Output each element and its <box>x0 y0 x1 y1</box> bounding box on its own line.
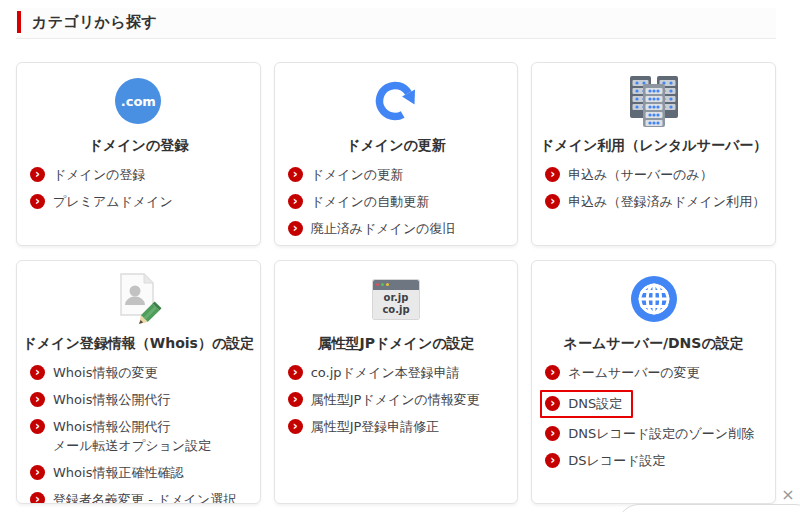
chevron-right-icon: › <box>288 167 303 182</box>
browser-window-icon: or.jp co.jp <box>288 271 505 327</box>
chevron-right-icon: › <box>288 221 303 236</box>
card-whois-settings: ドメイン登録情報（Whois）の設定 › Whois情報の変更 › Whois情… <box>16 260 261 504</box>
card-links: › Whois情報の変更 › Whois情報公開代行 › Whois情報公開代行… <box>30 363 247 504</box>
link-apply-registered-domain[interactable]: › 申込み（登録済みドメイン利用） <box>545 192 762 211</box>
card-links: › ネームサーバーの変更 › DNS設定 › DNSレコード設定のゾーン削除 ›… <box>545 363 762 470</box>
link-restore-expired-domain[interactable]: › 廃止済みドメインの復旧 <box>288 219 505 238</box>
link-domain-auto-renewal[interactable]: › ドメインの自動更新 <box>288 192 505 211</box>
card-links: › 申込み（サーバーのみ） › 申込み（登録済みドメイン利用） <box>545 165 762 211</box>
card-links: › ドメインの更新 › ドメインの自動更新 › 廃止済みドメインの復旧 <box>288 165 505 238</box>
chevron-right-icon: › <box>545 194 560 209</box>
close-icon[interactable]: × <box>779 486 797 504</box>
link-apply-server-only[interactable]: › 申込み（サーバーのみ） <box>545 165 762 184</box>
chevron-right-icon: › <box>30 365 45 380</box>
yellow-dot-icon <box>386 283 389 286</box>
category-search-panel: カテゴリから探す .com ドメインの登録 › ドメインの登録 › プレミアムド… <box>0 0 800 512</box>
link-whois-info-change[interactable]: › Whois情報の変更 <box>30 363 247 382</box>
browser-body: or.jp co.jp <box>373 290 419 319</box>
chevron-right-icon: › <box>545 167 560 182</box>
dotcom-circle-icon: .com <box>30 73 247 129</box>
link-whois-privacy-mail-forward[interactable]: › Whois情報公開代行メール転送オプション設定 <box>30 417 247 455</box>
card-nameserver-dns-settings: ネームサーバー/DNSの設定 › ネームサーバーの変更 › DNS設定 › DN… <box>531 260 776 504</box>
card-links: › co.jpドメイン本登録申請 › 属性型JPドメインの情報変更 › 属性型J… <box>288 363 505 436</box>
link-ds-record-settings[interactable]: › DSレコード設定 <box>545 451 762 470</box>
chevron-right-icon: › <box>30 419 45 434</box>
card-jp-domain-settings: or.jp co.jp 属性型JPドメインの設定 › co.jpドメイン本登録申… <box>274 260 519 504</box>
chevron-right-icon: › <box>30 392 45 407</box>
link-domain-registration[interactable]: › ドメインの登録 <box>30 165 247 184</box>
link-dns-zone-delete[interactable]: › DNSレコード設定のゾーン削除 <box>545 424 762 443</box>
chevron-right-icon: › <box>545 426 560 441</box>
red-accent-bar <box>17 11 21 33</box>
link-cojp-registration[interactable]: › co.jpドメイン本登録申請 <box>288 363 505 382</box>
whois-document-icon <box>30 271 247 327</box>
card-title: ドメイン登録情報（Whois）の設定 <box>22 335 255 353</box>
globe-icon <box>545 271 762 327</box>
card-title: ネームサーバー/DNSの設定 <box>537 335 770 353</box>
category-card-grid: .com ドメインの登録 › ドメインの登録 › プレミアムドメイン <box>16 62 776 504</box>
chevron-right-icon: › <box>545 453 560 468</box>
link-whois-accuracy-check[interactable]: › Whois情報正確性確認 <box>30 463 247 482</box>
chevron-right-icon: › <box>545 365 560 380</box>
server-icon <box>545 73 762 129</box>
chat-widget-edge[interactable] <box>617 504 800 512</box>
chevron-right-icon: › <box>30 492 45 504</box>
card-title: ドメインの更新 <box>280 137 513 155</box>
link-dns-settings[interactable]: › DNS設定 <box>540 390 633 418</box>
chevron-right-icon: › <box>288 365 303 380</box>
chevron-right-icon: › <box>288 392 303 407</box>
card-title: ドメインの登録 <box>22 137 255 155</box>
card-domain-use-rental-server: ドメイン利用（レンタルサーバー） › 申込み（サーバーのみ） › 申込み（登録済… <box>531 62 776 246</box>
section-header: カテゴリから探す <box>16 8 776 39</box>
dotcom-label: .com <box>121 94 156 109</box>
link-domain-renewal[interactable]: › ドメインの更新 <box>288 165 505 184</box>
link-jp-domain-info-change[interactable]: › 属性型JPドメインの情報変更 <box>288 390 505 409</box>
browser-titlebar <box>373 280 419 290</box>
chevron-right-icon: › <box>288 194 303 209</box>
section-title: カテゴリから探す <box>32 13 157 34</box>
red-dot-icon <box>376 283 379 286</box>
link-registrant-name-change[interactable]: › 登録者名義変更 - ドメイン選択 <box>30 490 247 504</box>
chevron-right-icon: › <box>288 419 303 434</box>
card-domain-registration: .com ドメインの登録 › ドメインの登録 › プレミアムドメイン <box>16 62 261 246</box>
link-jp-registration-fix[interactable]: › 属性型JP登録申請修正 <box>288 417 505 436</box>
chevron-right-icon: › <box>30 194 45 209</box>
link-nameserver-change[interactable]: › ネームサーバーの変更 <box>545 363 762 382</box>
refresh-icon <box>288 73 505 129</box>
card-title: ドメイン利用（レンタルサーバー） <box>537 137 770 155</box>
chevron-right-icon: › <box>545 396 560 411</box>
link-whois-privacy[interactable]: › Whois情報公開代行 <box>30 390 247 409</box>
chevron-right-icon: › <box>30 167 45 182</box>
green-dot-icon <box>381 283 384 286</box>
link-premium-domain[interactable]: › プレミアムドメイン <box>30 192 247 211</box>
card-links: › ドメインの登録 › プレミアムドメイン <box>30 165 247 211</box>
card-title: 属性型JPドメインの設定 <box>280 335 513 353</box>
chevron-right-icon: › <box>30 465 45 480</box>
card-domain-renewal: ドメインの更新 › ドメインの更新 › ドメインの自動更新 › 廃止済みドメイン… <box>274 62 519 246</box>
